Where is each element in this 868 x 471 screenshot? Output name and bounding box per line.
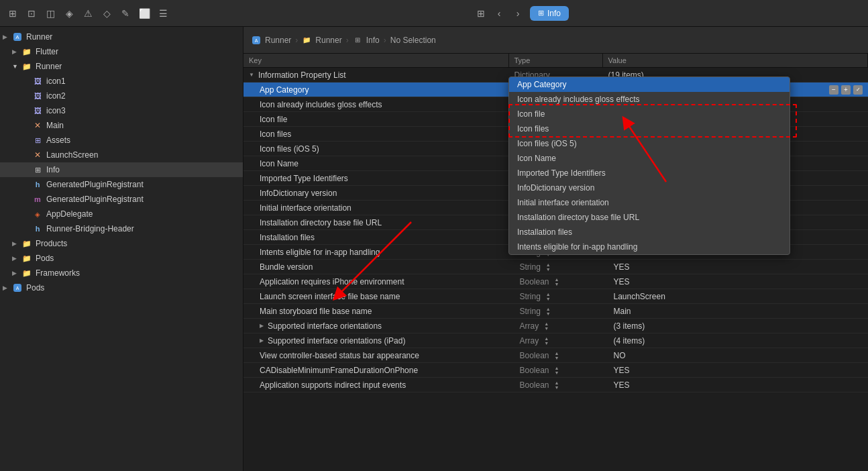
- toolbar-icon-box[interactable]: ⬜: [137, 6, 152, 21]
- info-tab[interactable]: ⊞ Info: [530, 6, 569, 21]
- plist-key-label: Intents eligible for in-app handling: [260, 248, 380, 257]
- sidebar-item-pods-root[interactable]: ▶ A Pods: [0, 280, 243, 295]
- sidebar-item-icon2[interactable]: 🖼 icon2: [0, 89, 243, 103]
- breadcrumb: A Runner › 📁 Runner › ⊞ Info › No Select…: [243, 27, 868, 54]
- plist-key-cell: InfoDictionary version: [243, 187, 514, 199]
- nav-back-button[interactable]: ‹: [491, 5, 507, 21]
- plist-key-cell: CADisableMinimumFrameDurationOnPhone: [243, 364, 514, 376]
- dropdown-item[interactable]: Installation files: [509, 225, 790, 240]
- sidebar-item-runner-folder[interactable]: ▼ 📁 Runner: [0, 59, 243, 74]
- plist-row[interactable]: ▶Supported interface orientations (iPad)…: [243, 333, 868, 348]
- plist-row[interactable]: Launch screen interface file base nameSt…: [243, 289, 868, 304]
- dropdown-menu[interactable]: App CategoryIcon already includes gloss …: [508, 76, 790, 255]
- sidebar-item-main[interactable]: ✕ Main: [0, 118, 243, 133]
- sidebar-label: Pods: [36, 254, 243, 263]
- plist-row[interactable]: CADisableMinimumFrameDurationOnPhoneBool…: [243, 363, 868, 378]
- stepper[interactable]: ▲▼: [555, 380, 559, 390]
- sidebar-item-launchscreen[interactable]: ✕ LaunchScreen: [0, 148, 243, 162]
- plist-key-cell: Application requires iPhone environment: [243, 276, 514, 288]
- toolbar-icon-split[interactable]: ◫: [43, 6, 58, 21]
- plist-key-cell: ▼ Information Property List: [243, 69, 509, 81]
- folder-breadcrumb-icon: 📁: [302, 36, 311, 45]
- toolbar-icon-warn[interactable]: ⚠: [80, 6, 95, 21]
- sidebar-label: AppDelegate: [46, 209, 243, 219]
- sidebar-item-bridging[interactable]: h Runner-Bridging-Header: [0, 221, 243, 236]
- plist-row[interactable]: Bundle versionString▲▼YES: [243, 260, 868, 274]
- sidebar-label: Products: [36, 239, 243, 248]
- expand-arrow-icon[interactable]: ▼: [249, 72, 254, 78]
- dropdown-item[interactable]: Imported Type Identifiers: [509, 166, 790, 180]
- stepper[interactable]: ▲▼: [546, 307, 551, 316]
- stepper[interactable]: ▲▼: [546, 292, 551, 301]
- structure-icon[interactable]: ⊞: [474, 6, 488, 21]
- sidebar-item-assets[interactable]: ⊞ Assets: [0, 133, 243, 148]
- toolbar-icon-squares[interactable]: ⊞: [5, 6, 20, 21]
- expand-arrow-icon[interactable]: ▶: [260, 323, 264, 329]
- plist-value-cell: NO: [608, 350, 869, 362]
- plist-row[interactable]: Main storyboard file base nameString▲▼Ma…: [243, 304, 868, 319]
- plist-key-label: Installation directory base file URL: [260, 218, 382, 227]
- stepper[interactable]: ▲▼: [555, 366, 559, 375]
- breadcrumb-sep3: ›: [384, 36, 386, 45]
- image-icon: 🖼: [32, 76, 43, 87]
- plist-key-label: Application requires iPhone environment: [260, 277, 404, 286]
- plist-table[interactable]: Key Type Value ▼ Information Property Li…: [243, 54, 868, 471]
- plist-key-cell: App Category: [243, 84, 514, 96]
- plist-row[interactable]: Application requires iPhone environmentB…: [243, 274, 868, 289]
- sidebar-item-products[interactable]: ▶ 📁 Products: [0, 236, 243, 251]
- toolbar-icon-pen[interactable]: ✎: [118, 6, 133, 21]
- sidebar-item-flutter[interactable]: ▶ 📁 Flutter: [0, 44, 243, 59]
- sidebar-label: icon1: [46, 76, 243, 86]
- toolbar-icon-search[interactable]: ◈: [62, 6, 76, 21]
- dropdown-item[interactable]: Icon files: [509, 121, 790, 136]
- dropdown-item[interactable]: Icon already includes gloss effects: [509, 92, 790, 107]
- plist-value-cell: (3 items): [608, 320, 869, 332]
- toolbar-icon-diamond[interactable]: ◇: [99, 6, 114, 21]
- dropdown-item[interactable]: Installation directory base file URL: [509, 210, 790, 225]
- dropdown-item[interactable]: Icon file: [509, 107, 790, 121]
- stepper[interactable]: ▲▼: [555, 351, 559, 360]
- plist-row[interactable]: Application supports indirect input even…: [243, 378, 868, 392]
- plist-row[interactable]: View controller-based status bar appeara…: [243, 348, 868, 363]
- breadcrumb-runner[interactable]: Runner: [265, 36, 291, 45]
- check-button[interactable]: ✓: [853, 85, 863, 95]
- sidebar-item-icon1[interactable]: 🖼 icon1: [0, 74, 243, 89]
- toolbar-icon-menu[interactable]: ☰: [156, 6, 170, 21]
- stepper[interactable]: ▲▼: [544, 336, 549, 346]
- dropdown-item[interactable]: Icon Name: [509, 151, 790, 166]
- dropdown-item[interactable]: Initial interface orientation: [509, 195, 790, 210]
- dropdown-item[interactable]: Intents eligible for in-app handling: [509, 240, 790, 254]
- dropdown-item[interactable]: Icon files (iOS 5): [509, 136, 790, 151]
- sidebar-item-plugin-h[interactable]: h GeneratedPluginRegistrant: [0, 177, 243, 192]
- sidebar-item-runner-root[interactable]: ▶ A Runner: [0, 30, 243, 44]
- stepper[interactable]: ▲▼: [546, 262, 551, 272]
- dropdown-item[interactable]: App Category: [509, 77, 790, 92]
- expand-arrow-icon[interactable]: ▶: [260, 337, 264, 344]
- plist-key-cell: ▶Supported interface orientations (iPad): [243, 335, 514, 347]
- dropdown-item[interactable]: InfoDictionary version: [509, 180, 790, 195]
- plist-row[interactable]: ▶Supported interface orientationsArray▲▼…: [243, 319, 868, 333]
- header-value: Value: [603, 54, 869, 67]
- sidebar-item-info[interactable]: ⊞ Info: [0, 162, 243, 177]
- minus-button[interactable]: −: [829, 85, 838, 95]
- breadcrumb-info[interactable]: Info: [366, 36, 380, 45]
- sidebar-item-plugin-m[interactable]: m GeneratedPluginRegistrant: [0, 192, 243, 207]
- plist-header: Key Type Value: [243, 54, 868, 68]
- sidebar-item-pods[interactable]: ▶ 📁 Pods: [0, 251, 243, 266]
- sidebar-label: Runner: [26, 32, 243, 42]
- sidebar-item-icon3[interactable]: 🖼 icon3: [0, 103, 243, 118]
- sidebar-item-appdelegate[interactable]: ◈ AppDelegate: [0, 207, 243, 221]
- toolbar-icon-stop[interactable]: ⊡: [24, 6, 39, 21]
- sidebar-item-frameworks[interactable]: ▶ 📁 Frameworks: [0, 266, 243, 280]
- nav-forward-button[interactable]: ›: [510, 5, 526, 21]
- stepper[interactable]: ▲▼: [555, 277, 559, 286]
- plist-key-cell: Application supports indirect input even…: [243, 379, 514, 391]
- breadcrumb-folder[interactable]: Runner: [315, 36, 341, 45]
- arrow-icon: ▼: [12, 63, 21, 70]
- stepper[interactable]: ▲▼: [544, 321, 549, 331]
- plist-key-label: CADisableMinimumFrameDurationOnPhone: [260, 366, 418, 375]
- plist-key-cell: Icon Name: [243, 158, 514, 170]
- plus-button[interactable]: +: [841, 85, 851, 95]
- toolbar-nav: ⊞ ‹ ›: [474, 5, 526, 21]
- sidebar-label: LaunchScreen: [46, 150, 243, 160]
